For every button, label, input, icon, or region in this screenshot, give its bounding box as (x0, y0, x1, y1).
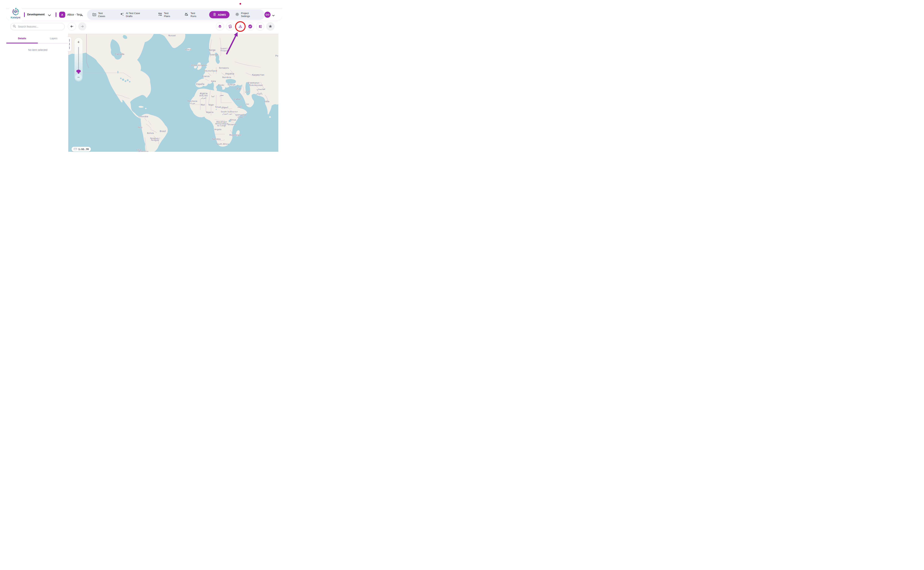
bug-run-icon (185, 12, 189, 17)
annotation-red-circle (235, 21, 246, 32)
map-country-label: Tanzania (227, 123, 236, 126)
map-country-label: Nunaat (168, 34, 176, 37)
map-country-label: ⵍⴷⵣⴰⵢⴻⵔ (199, 95, 208, 97)
map-country-label: Island (185, 48, 191, 51)
history-forward-button[interactable] (78, 22, 86, 31)
nav-item-adms-active[interactable]: ADMS (209, 11, 229, 18)
tab-bar-divider (38, 43, 69, 43)
map-country-label: الصومال (238, 116, 243, 118)
map-country-label: Canada (115, 53, 124, 55)
map-country-label: ኢትዮጵያ (231, 111, 238, 113)
feature-search[interactable] (10, 23, 65, 30)
map-canvas[interactable]: NunaatCanadaIslandNorgeSuomi /FinlandSve… (68, 34, 278, 152)
nav-item-test-runs[interactable]: Test Runs (185, 9, 196, 20)
app-logo[interactable]: Katalyst (9, 8, 22, 21)
chevron-down-icon[interactable] (272, 14, 275, 17)
compare-map-button[interactable] (256, 22, 264, 31)
map-country-label: Mali (201, 104, 205, 106)
zoom-out-button[interactable]: − (75, 74, 82, 81)
map-country-label: Türkiye (228, 83, 236, 86)
map-country-label: du Congo (217, 124, 226, 127)
sidebar-collapse-handle[interactable] (67, 37, 72, 51)
map-country-label: ايران (245, 90, 249, 93)
map-country-label: الجزائر (201, 97, 207, 99)
server-icon (213, 12, 216, 17)
user-avatar[interactable]: GO (265, 12, 271, 18)
map-country-label: Україна (225, 72, 234, 75)
map-country-label: India (264, 100, 269, 103)
nav-item-test-plans[interactable]: Test Plans (158, 9, 170, 20)
map-country-label: Sverige (210, 54, 218, 56)
map-country-label: Mauritanie (187, 100, 197, 102)
tab-details[interactable]: Details (6, 37, 38, 40)
map-country-label: اليمن (237, 106, 242, 108)
environment-selector-label[interactable]: Development (27, 13, 44, 16)
zoom-slider-track[interactable] (78, 47, 79, 73)
nav-item-label: Project Settings (241, 12, 250, 18)
map-country-label: Perú (138, 126, 142, 129)
map-country-label: Namibia (212, 138, 221, 140)
map-country-label: Paraguái (151, 139, 159, 141)
map-country-label: Algérie (200, 92, 208, 95)
folder-code-icon (92, 12, 96, 17)
map-country-label: Norge (209, 49, 216, 51)
map-country-label: Türkmenistan (249, 84, 263, 86)
chevron-down-icon[interactable] (48, 14, 51, 17)
app-window: Katalyst Development A Altice - Test (0, 0, 285, 162)
map-country-label: افغانستان (257, 88, 265, 90)
map-country-label: العراق (236, 87, 241, 90)
map-country-label: Bolivia (147, 132, 154, 134)
map-country-label: Россия (275, 54, 278, 57)
map-country-label: Angola (214, 128, 221, 131)
layers-button[interactable] (216, 22, 224, 31)
map-country-label: Brasil (160, 130, 166, 133)
map-country-label: السودان (221, 106, 228, 109)
project-selector-label[interactable]: Altice - Test (67, 13, 81, 16)
main-nav: Test Cases AI Test Case Drafts (87, 9, 265, 20)
nav-item-label: Test Runs (191, 12, 196, 18)
scale-value: 1:93.7M (78, 148, 89, 151)
map-country-label: جنوب السودان (222, 113, 232, 115)
map-country-label: Ελλάς (218, 84, 224, 86)
map-country-label: South Africa (216, 143, 229, 145)
header-divider (24, 12, 25, 17)
map-country-label: پاکستان (256, 92, 262, 95)
nav-item-label: ADMS (218, 13, 226, 16)
annotation-dot (240, 3, 241, 5)
sparkles-icon (120, 12, 124, 17)
map-country-label: Moçambique (229, 134, 241, 136)
map-scale-indicator: 1:93.7M (72, 147, 91, 152)
nav-item-test-cases[interactable]: Test Cases (92, 9, 105, 20)
chevron-up-icon[interactable] (80, 14, 83, 17)
search-input[interactable] (18, 25, 62, 28)
history-back-button[interactable] (68, 22, 76, 31)
map-country-label: Italia (211, 80, 216, 83)
nav-item-ai-test-case-drafts[interactable]: AI Test Case Drafts (120, 9, 140, 20)
zoom-control: + − (75, 38, 83, 82)
zoom-in-button[interactable]: + (75, 39, 82, 46)
map-country-label: United Kingdom (191, 64, 207, 66)
tab-layers[interactable]: Layers (38, 37, 69, 40)
map-country-label: السعودية (233, 98, 241, 100)
ruler-icon (74, 147, 77, 151)
nav-item-label: Test Cases (98, 12, 105, 18)
favorite-button[interactable] (266, 22, 274, 31)
map-country-label: Nigeria (206, 111, 213, 113)
gear-icon (235, 12, 239, 17)
map-country-label: Қазақстан (252, 74, 264, 76)
map-country-label: موريتانيا (190, 102, 195, 104)
basemap-style-button[interactable] (226, 22, 234, 31)
zoom-slider-thumb[interactable] (76, 70, 81, 74)
active-tab-indicator (6, 43, 38, 43)
map-country-label: Deutschland (204, 70, 217, 72)
map-country-label: España (196, 83, 204, 86)
nav-item-label: Test Plans (164, 12, 170, 18)
map-country-label: O'zbekiston (248, 82, 260, 84)
validate-button[interactable] (246, 22, 254, 31)
nav-item-project-settings[interactable]: Project Settings (235, 9, 250, 20)
map-country-label: Soomaaliya (235, 114, 246, 116)
project-avatar[interactable]: A (59, 12, 65, 18)
logo-swirl-icon (11, 8, 20, 17)
map-country-label: Finland (220, 49, 228, 52)
map-country-label: France (202, 75, 210, 78)
